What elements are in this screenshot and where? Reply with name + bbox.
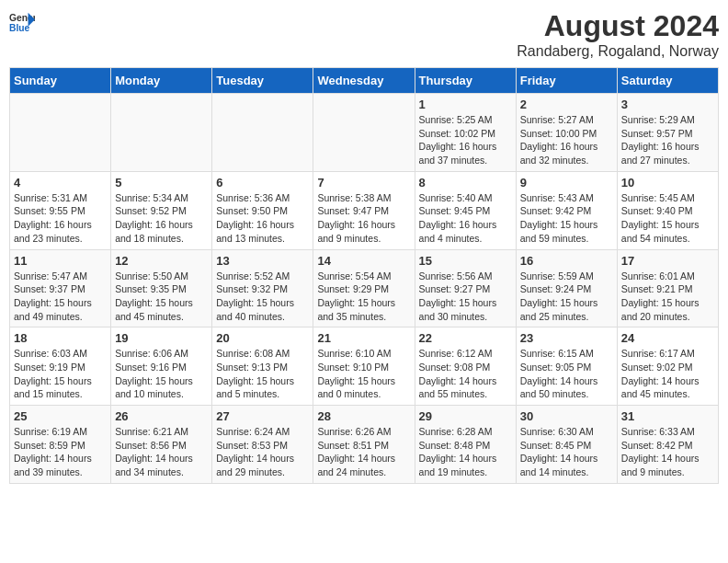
day-info: Sunrise: 5:45 AMSunset: 9:40 PMDaylight:… <box>621 191 714 246</box>
weekday-header-thursday: Thursday <box>415 68 516 94</box>
calendar-cell: 29Sunrise: 6:28 AMSunset: 8:48 PMDayligh… <box>415 406 516 484</box>
calendar-cell: 6Sunrise: 5:36 AMSunset: 9:50 PMDaylight… <box>212 171 313 249</box>
day-number: 26 <box>115 409 208 423</box>
calendar-table: SundayMondayTuesdayWednesdayThursdayFrid… <box>9 67 719 484</box>
day-info: Sunrise: 5:59 AMSunset: 9:24 PMDaylight:… <box>520 270 613 324</box>
day-number: 20 <box>216 331 309 345</box>
svg-text:Blue: Blue <box>9 23 30 33</box>
calendar-cell: 5Sunrise: 5:34 AMSunset: 9:52 PMDaylight… <box>111 171 212 249</box>
day-number: 28 <box>317 409 410 423</box>
day-info: Sunrise: 6:10 AMSunset: 9:10 PMDaylight:… <box>317 347 410 401</box>
day-number: 21 <box>317 331 410 345</box>
day-number: 7 <box>317 176 410 190</box>
day-info: Sunrise: 6:21 AMSunset: 8:56 PMDaylight:… <box>115 425 208 479</box>
weekday-header-row: SundayMondayTuesdayWednesdayThursdayFrid… <box>10 68 719 94</box>
calendar-cell: 17Sunrise: 6:01 AMSunset: 9:21 PMDayligh… <box>617 249 718 327</box>
weekday-header-saturday: Saturday <box>617 68 718 94</box>
calendar-cell: 12Sunrise: 5:50 AMSunset: 9:35 PMDayligh… <box>111 249 212 327</box>
day-number: 24 <box>621 331 714 345</box>
weekday-header-sunday: Sunday <box>10 68 111 94</box>
header: General Blue August 2024 Randaberg, Roga… <box>9 9 719 60</box>
page-title: August 2024 <box>517 9 719 43</box>
calendar-week-4: 18Sunrise: 6:03 AMSunset: 9:19 PMDayligh… <box>10 327 719 406</box>
calendar-cell: 30Sunrise: 6:30 AMSunset: 8:45 PMDayligh… <box>516 406 617 484</box>
day-number: 25 <box>14 409 107 423</box>
calendar-cell: 23Sunrise: 6:15 AMSunset: 9:05 PMDayligh… <box>516 327 617 406</box>
day-info: Sunrise: 6:17 AMSunset: 9:02 PMDaylight:… <box>621 347 714 401</box>
day-number: 11 <box>14 254 107 268</box>
day-info: Sunrise: 5:47 AMSunset: 9:37 PMDaylight:… <box>14 270 107 324</box>
day-info: Sunrise: 6:33 AMSunset: 8:42 PMDaylight:… <box>621 425 714 479</box>
day-number: 9 <box>520 176 613 190</box>
day-info: Sunrise: 5:36 AMSunset: 9:50 PMDaylight:… <box>216 191 309 246</box>
calendar-cell: 2Sunrise: 5:27 AMSunset: 10:00 PMDayligh… <box>516 94 617 172</box>
calendar-cell: 27Sunrise: 6:24 AMSunset: 8:53 PMDayligh… <box>212 406 313 484</box>
calendar-cell: 25Sunrise: 6:19 AMSunset: 8:59 PMDayligh… <box>10 406 111 484</box>
day-number: 22 <box>419 331 512 345</box>
day-number: 15 <box>419 254 512 268</box>
day-number: 13 <box>216 254 309 268</box>
calendar-cell: 15Sunrise: 5:56 AMSunset: 9:27 PMDayligh… <box>415 249 516 327</box>
day-info: Sunrise: 5:38 AMSunset: 9:47 PMDaylight:… <box>317 191 410 246</box>
day-number: 16 <box>520 254 613 268</box>
calendar-cell: 20Sunrise: 6:08 AMSunset: 9:13 PMDayligh… <box>212 327 313 406</box>
calendar-week-2: 4Sunrise: 5:31 AMSunset: 9:55 PMDaylight… <box>10 171 719 249</box>
day-info: Sunrise: 6:28 AMSunset: 8:48 PMDaylight:… <box>419 425 512 479</box>
day-info: Sunrise: 6:01 AMSunset: 9:21 PMDaylight:… <box>621 270 714 324</box>
day-number: 14 <box>317 254 410 268</box>
day-info: Sunrise: 5:40 AMSunset: 9:45 PMDaylight:… <box>419 191 512 246</box>
day-info: Sunrise: 5:56 AMSunset: 9:27 PMDaylight:… <box>419 270 512 324</box>
day-info: Sunrise: 5:34 AMSunset: 9:52 PMDaylight:… <box>115 191 208 246</box>
calendar-cell: 10Sunrise: 5:45 AMSunset: 9:40 PMDayligh… <box>617 171 718 249</box>
calendar-cell <box>111 94 212 172</box>
day-number: 3 <box>621 98 714 111</box>
logo: General Blue <box>9 9 35 35</box>
calendar-cell: 24Sunrise: 6:17 AMSunset: 9:02 PMDayligh… <box>617 327 718 406</box>
day-info: Sunrise: 6:03 AMSunset: 9:19 PMDaylight:… <box>14 347 107 401</box>
weekday-header-friday: Friday <box>516 68 617 94</box>
day-number: 10 <box>621 176 714 190</box>
day-number: 1 <box>419 98 512 111</box>
day-info: Sunrise: 5:29 AMSunset: 9:57 PMDaylight:… <box>621 113 714 167</box>
calendar-cell: 28Sunrise: 6:26 AMSunset: 8:51 PMDayligh… <box>313 406 415 484</box>
day-number: 5 <box>115 176 208 190</box>
day-info: Sunrise: 5:54 AMSunset: 9:29 PMDaylight:… <box>317 270 410 324</box>
day-info: Sunrise: 6:12 AMSunset: 9:08 PMDaylight:… <box>419 347 512 401</box>
day-number: 2 <box>520 98 613 111</box>
calendar-cell: 7Sunrise: 5:38 AMSunset: 9:47 PMDaylight… <box>313 171 415 249</box>
day-number: 30 <box>520 409 613 423</box>
day-number: 27 <box>216 409 309 423</box>
calendar-cell: 9Sunrise: 5:43 AMSunset: 9:42 PMDaylight… <box>516 171 617 249</box>
day-info: Sunrise: 5:43 AMSunset: 9:42 PMDaylight:… <box>520 191 613 246</box>
calendar-week-3: 11Sunrise: 5:47 AMSunset: 9:37 PMDayligh… <box>10 249 719 327</box>
day-number: 12 <box>115 254 208 268</box>
weekday-header-wednesday: Wednesday <box>313 68 415 94</box>
weekday-header-monday: Monday <box>111 68 212 94</box>
calendar-cell: 13Sunrise: 5:52 AMSunset: 9:32 PMDayligh… <box>212 249 313 327</box>
day-number: 18 <box>14 331 107 345</box>
calendar-cell: 21Sunrise: 6:10 AMSunset: 9:10 PMDayligh… <box>313 327 415 406</box>
calendar-cell: 14Sunrise: 5:54 AMSunset: 9:29 PMDayligh… <box>313 249 415 327</box>
day-info: Sunrise: 6:19 AMSunset: 8:59 PMDaylight:… <box>14 425 107 479</box>
calendar-week-1: 1Sunrise: 5:25 AMSunset: 10:02 PMDayligh… <box>10 94 719 172</box>
page-subtitle: Randaberg, Rogaland, Norway <box>517 43 719 60</box>
weekday-header-tuesday: Tuesday <box>212 68 313 94</box>
day-number: 6 <box>216 176 309 190</box>
calendar-cell: 19Sunrise: 6:06 AMSunset: 9:16 PMDayligh… <box>111 327 212 406</box>
calendar-cell <box>10 94 111 172</box>
calendar-cell: 16Sunrise: 5:59 AMSunset: 9:24 PMDayligh… <box>516 249 617 327</box>
day-info: Sunrise: 6:15 AMSunset: 9:05 PMDaylight:… <box>520 347 613 401</box>
day-number: 29 <box>419 409 512 423</box>
day-number: 31 <box>621 409 714 423</box>
day-info: Sunrise: 5:25 AMSunset: 10:02 PMDaylight… <box>419 113 512 167</box>
day-info: Sunrise: 6:08 AMSunset: 9:13 PMDaylight:… <box>216 347 309 401</box>
calendar-cell: 3Sunrise: 5:29 AMSunset: 9:57 PMDaylight… <box>617 94 718 172</box>
day-number: 4 <box>14 176 107 190</box>
calendar-cell: 22Sunrise: 6:12 AMSunset: 9:08 PMDayligh… <box>415 327 516 406</box>
day-number: 17 <box>621 254 714 268</box>
calendar-cell: 31Sunrise: 6:33 AMSunset: 8:42 PMDayligh… <box>617 406 718 484</box>
day-info: Sunrise: 5:52 AMSunset: 9:32 PMDaylight:… <box>216 270 309 324</box>
title-area: August 2024 Randaberg, Rogaland, Norway <box>517 9 719 60</box>
calendar-cell: 8Sunrise: 5:40 AMSunset: 9:45 PMDaylight… <box>415 171 516 249</box>
calendar-week-5: 25Sunrise: 6:19 AMSunset: 8:59 PMDayligh… <box>10 406 719 484</box>
